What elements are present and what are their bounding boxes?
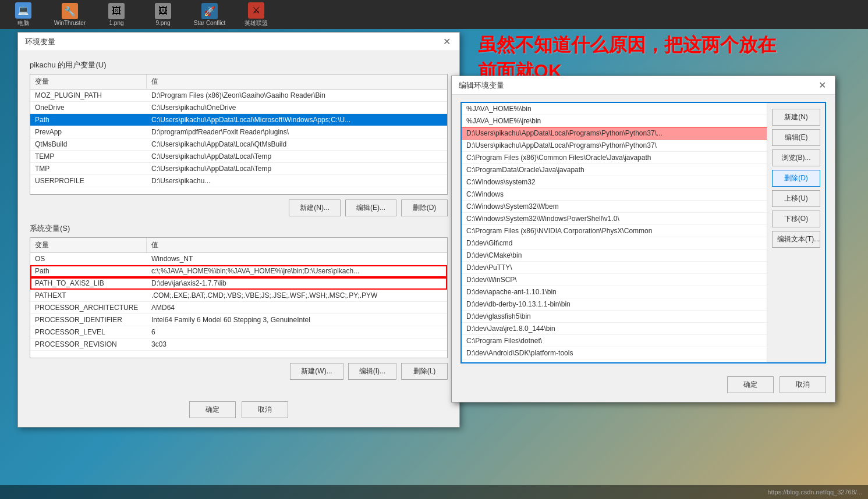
list-item[interactable]: %JAVA_HOME%\jre\bin xyxy=(462,115,767,127)
annotation-line1: 虽然不知道什么原因，把这两个放在 xyxy=(478,32,856,58)
cell-val: D:\program\pdfReader\Foxit Reader\plugin… xyxy=(147,126,447,138)
cell-val: C:\Users\pikachu\AppData\Local\QtMsBuild xyxy=(147,138,447,150)
table-row[interactable]: TMP C:\Users\pikachu\AppData\Local\Temp xyxy=(30,163,447,175)
edit-up-button[interactable]: 上移(U) xyxy=(772,190,820,207)
cell-val: Intel64 Family 6 Model 60 Stepping 3, Ge… xyxy=(147,314,447,326)
taskbar: 💻 电脑 🔧 WinThruster 🖼 1.png 🖼 9.png 🚀 Sta… xyxy=(0,0,868,29)
taskbar-label-9png: 9.png xyxy=(155,20,170,26)
edit-delete-button[interactable]: 删除(D) xyxy=(772,170,820,187)
edit-dialog-title: 编辑环境变量 xyxy=(459,80,504,91)
lol-icon: ⚔ xyxy=(248,2,264,19)
url-text: https://blog.csdn.net/qq_32768/... xyxy=(767,489,862,496)
env-dialog-content: pikachu 的用户变量(U) 变量 值 MOZ_PLUGIN_PATH D:… xyxy=(18,51,459,395)
table-row[interactable]: OS Windows_NT xyxy=(30,253,447,265)
taskbar-label-starconflict: Star Conflict xyxy=(194,20,225,26)
list-item[interactable]: D:\dev\CMake\bin xyxy=(462,250,767,262)
taskbar-label-winthruster: WinThruster xyxy=(54,20,86,26)
sys-vars-title: 系统变量(S) xyxy=(30,223,448,234)
cell-var: TEMP xyxy=(30,151,147,162)
taskbar-item-starconflict[interactable]: 🚀 Star Conflict xyxy=(186,0,233,29)
edit-cancel-button[interactable]: 取消 xyxy=(780,376,826,393)
edit-list-scroll[interactable]: %JAVA_HOME%\bin %JAVA_HOME%\jre\bin D:\U… xyxy=(462,103,767,362)
url-bar: https://blog.csdn.net/qq_32768/... xyxy=(0,485,868,499)
taskbar-item-winthruster[interactable]: 🔧 WinThruster xyxy=(47,0,93,29)
list-item[interactable]: %JAVA_HOME%\bin xyxy=(462,103,767,115)
env-ok-button[interactable]: 确定 xyxy=(189,401,236,418)
user-edit-button[interactable]: 编辑(E)... xyxy=(345,199,396,216)
cell-val: Windows_NT xyxy=(147,253,447,265)
table-row[interactable]: MOZ_PLUGIN_PATH D:\Program Files (x86)\Z… xyxy=(30,90,447,102)
user-vars-header: 变量 值 xyxy=(30,74,447,90)
sys-vars-col-var: 变量 xyxy=(30,238,147,252)
edit-dialog-close-button[interactable]: ✕ xyxy=(816,80,828,91)
user-vars-btn-row: 新建(N)... 编辑(E)... 删除(D) xyxy=(30,199,448,216)
table-row[interactable]: PROCESSOR_IDENTIFIER Intel64 Family 6 Mo… xyxy=(30,314,447,326)
table-row[interactable]: PATH_TO_AXIS2_LIB D:\dev\jar\axis2-1.7.7… xyxy=(30,277,447,290)
list-item[interactable]: D:\dev\Java\jre1.8.0_144\bin xyxy=(462,323,767,335)
starconflict-icon: 🚀 xyxy=(201,3,218,19)
edit-ok-button[interactable]: 确定 xyxy=(727,376,774,393)
user-vars-body[interactable]: MOZ_PLUGIN_PATH D:\Program Files (x86)\Z… xyxy=(30,90,447,194)
list-item[interactable]: D:\dev\db-derby-10.13.1.1-bin\bin xyxy=(462,298,767,311)
list-item[interactable]: D:\dev\Git\cmd xyxy=(462,237,767,250)
1png-icon: 🖼 xyxy=(108,3,125,19)
cell-var: Path xyxy=(30,265,147,277)
sys-delete-button[interactable]: 删除(L) xyxy=(401,363,448,380)
edit-env-dialog: 编辑环境变量 ✕ %JAVA_HOME%\bin %JAVA_HOME%\jre… xyxy=(451,76,835,402)
edit-down-button[interactable]: 下移(O) xyxy=(772,211,820,227)
env-dialog-close-button[interactable]: ✕ xyxy=(441,36,452,48)
list-item[interactable]: C:\Program Files (x86)\NVIDIA Corporatio… xyxy=(462,225,767,237)
taskbar-item-1png[interactable]: 🖼 1.png xyxy=(93,0,140,29)
edit-browse-button[interactable]: 浏览(B)... xyxy=(772,149,820,166)
list-item[interactable]: D:\dev\PuTTY\ xyxy=(462,262,767,274)
env-cancel-button[interactable]: 取消 xyxy=(242,401,288,418)
edit-path-list: %JAVA_HOME%\bin %JAVA_HOME%\jre\bin D:\U… xyxy=(460,102,826,363)
list-item[interactable]: D:\dev\WinSCP\ xyxy=(462,274,767,286)
user-delete-button[interactable]: 删除(D) xyxy=(401,199,448,216)
edit-edittext-button[interactable]: 编辑文本(T)... xyxy=(772,231,820,248)
user-new-button[interactable]: 新建(N)... xyxy=(289,199,341,216)
table-row[interactable]: Path C:\Users\pikachu\AppData\Local\Micr… xyxy=(30,114,447,126)
list-item[interactable]: C:\Program Files\dotnet\ xyxy=(462,335,767,347)
edit-new-button[interactable]: 新建(N) xyxy=(772,109,820,126)
list-item[interactable]: C:\Windows xyxy=(462,188,767,201)
cell-var: OneDrive xyxy=(30,102,147,113)
list-item[interactable]: C:\Program Files (x86)\Common Files\Orac… xyxy=(462,152,767,164)
sys-new-button[interactable]: 新建(W)... xyxy=(290,363,343,380)
cell-val: 6 xyxy=(147,326,447,338)
sys-vars-body[interactable]: OS Windows_NT Path c:\;%JAVA_HOME%\bin;%… xyxy=(30,253,447,358)
cell-var: USERPROFILE xyxy=(30,175,147,187)
list-item[interactable]: C:\Windows\System32\WindowsPowerShell\v1… xyxy=(462,213,767,225)
table-row[interactable]: USERPROFILE D:\Users\pikachu... xyxy=(30,175,447,187)
table-row[interactable]: PROCESSOR_ARCHITECTURE AMD64 xyxy=(30,302,447,314)
list-item[interactable]: C:\Windows\system32 xyxy=(462,176,767,188)
cell-var: PATH_TO_AXIS2_LIB xyxy=(30,277,147,289)
table-row[interactable]: OneDrive C:\Users\pikachu\OneDrive xyxy=(30,102,447,114)
cell-val: C:\Users\pikachu\OneDrive xyxy=(147,102,447,113)
list-item[interactable]: C:\Program Files (x86)\Pandas\ xyxy=(462,359,767,362)
table-row[interactable]: PrevApp D:\program\pdfReader\Foxit Reade… xyxy=(30,126,447,138)
table-row[interactable]: TEMP C:\Users\pikachu\AppData\Local\Temp xyxy=(30,151,447,163)
list-item[interactable]: D:\Users\pikachu\AppData\Local\Programs\… xyxy=(462,140,767,152)
list-item[interactable]: D:\Users\pikachu\AppData\Local\Programs\… xyxy=(462,127,767,140)
list-item[interactable]: C:\ProgramData\Oracle\Java\javapath xyxy=(462,164,767,176)
list-item[interactable]: D:\dev\apache-ant-1.10.1\bin xyxy=(462,286,767,298)
edit-edit-button[interactable]: 编辑(E) xyxy=(772,129,820,146)
sys-edit-button[interactable]: 编辑(I)... xyxy=(348,363,396,380)
taskbar-item-lol[interactable]: ⚔ 英雄联盟 xyxy=(233,0,279,29)
table-row[interactable]: Path c:\;%JAVA_HOME%\bin;%JAVA_HOME%\jre… xyxy=(30,265,447,277)
table-row[interactable]: PROCESSOR_LEVEL 6 xyxy=(30,326,447,338)
table-row[interactable]: PROCESSOR_REVISION 3c03 xyxy=(30,338,447,351)
cell-val: AMD64 xyxy=(147,302,447,313)
taskbar-item-computer[interactable]: 💻 电脑 xyxy=(0,0,47,29)
list-item[interactable]: C:\Windows\System32\Wbem xyxy=(462,201,767,213)
table-row[interactable]: QtMsBuild C:\Users\pikachu\AppData\Local… xyxy=(30,138,447,151)
list-item[interactable]: D:\dev\Android\SDK\platform-tools xyxy=(462,347,767,359)
edit-dialog-footer: 确定 取消 xyxy=(452,370,835,402)
cell-var: TMP xyxy=(30,163,147,174)
table-row[interactable]: PATHEXT .COM;.EXE;.BAT;.CMD;.VBS;.VBE;JS… xyxy=(30,290,447,302)
cell-var: Path xyxy=(30,114,147,126)
cell-var: PATHEXT xyxy=(30,290,147,301)
taskbar-item-9png[interactable]: 🖼 9.png xyxy=(140,0,186,29)
list-item[interactable]: D:\dev\glassfish5\bin xyxy=(462,311,767,323)
